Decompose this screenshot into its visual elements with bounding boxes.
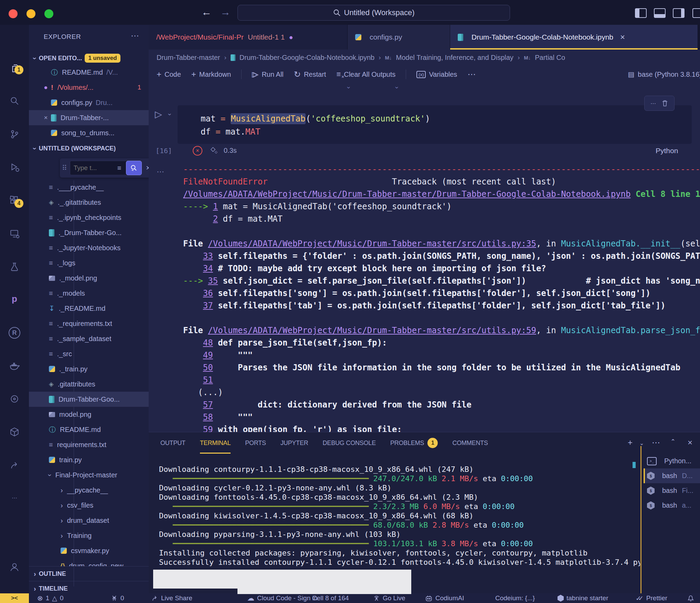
tab-notebook[interactable]: Drum-Tabber-Google-Colab-Notebook.ipynb … (450, 25, 698, 50)
tab-debug-console[interactable]: DEBUG CONSOLE (323, 432, 376, 454)
more-toolbar-icon[interactable]: ⋯ (467, 70, 476, 79)
tree-item[interactable]: ≡._models (29, 286, 149, 301)
kernel-picker[interactable]: ▤base (Python 3.8.16) (628, 65, 700, 83)
go-live-status[interactable]: Go Live (373, 593, 405, 603)
layout-icon[interactable] (692, 8, 700, 18)
run-all-button[interactable]: ▷▷Run All (252, 70, 284, 78)
close-panel-icon[interactable]: × (688, 438, 692, 447)
remote-explorer-icon[interactable] (0, 224, 29, 243)
add-markdown-cell-button[interactable]: +Markdown (191, 70, 231, 79)
run-debug-icon[interactable] (0, 158, 29, 177)
open-editor-item[interactable]: ×Drum-Tabber-... (29, 110, 149, 125)
testing-beaker-icon[interactable] (0, 257, 29, 276)
terminal-session-item[interactable]: $basha... (644, 498, 700, 513)
tree-item[interactable]: ◈.gitattributes (29, 377, 149, 392)
open-editor-item[interactable]: ⓘREADME.md/V... (29, 65, 149, 80)
tab-configs-py[interactable]: configs.py (348, 25, 450, 50)
tab-problems[interactable]: PROBLEMS1 (390, 432, 438, 454)
tree-item[interactable]: ._train.py (29, 361, 149, 377)
output-collapse-icon[interactable]: ⋯ (157, 167, 164, 176)
problems-status[interactable]: ⊗1 △0 (37, 593, 64, 603)
cell-position-status[interactable]: Cell 8 of 164 (312, 593, 349, 603)
tree-item[interactable]: ≡._.ipynb_checkpoints (29, 210, 149, 225)
live-share-status[interactable]: Live Share (151, 593, 192, 603)
tree-item[interactable]: csvmaker.py (29, 543, 149, 558)
project-manager-icon[interactable]: p (0, 289, 29, 308)
notifications-bell[interactable] (687, 593, 694, 603)
add-code-cell-button[interactable]: +Code (157, 70, 181, 79)
variables-button[interactable]: (x)Variables (416, 71, 457, 78)
open-editor-item[interactable]: song_to_drums... (29, 125, 149, 140)
tree-item[interactable]: ≡._logs (29, 255, 149, 271)
terminal-list-divider[interactable] (640, 446, 641, 594)
tree-item[interactable]: model.png (29, 407, 149, 422)
traceback-link[interactable]: /Volumes/ADATA/WebProject/Music/Drum-Tab… (208, 326, 536, 335)
sparkle-icon[interactable]: ◇◇ (211, 145, 215, 153)
tree-item[interactable]: ↧._README.md (29, 301, 149, 316)
tabnine-status[interactable]: tabnine starter (558, 593, 608, 603)
extensions-icon[interactable] (0, 191, 29, 210)
remote-indicator[interactable]: >< (0, 593, 29, 603)
prettier-status[interactable]: ✓✓ Prettier (636, 593, 667, 603)
tab-ports[interactable]: PORTS (245, 432, 266, 454)
breadcrumb-item[interactable]: Partial Co (535, 54, 565, 62)
cell-language[interactable]: Python (656, 147, 678, 155)
tree-item[interactable]: {}drum_config_new... (29, 558, 149, 566)
cloud-code-status[interactable]: ☁ Cloud Code - Sign in (247, 593, 317, 603)
new-terminal-icon[interactable]: + (628, 438, 633, 447)
traceback-link[interactable]: /Volumes/ADATA/WebProject/Music/Drum-Tab… (208, 239, 536, 248)
codiumai-status[interactable]: CodiumAI (425, 593, 464, 603)
explorer-more-icon[interactable]: ⋯ (131, 31, 139, 41)
command-center-search[interactable]: Untitled (Workspace) (237, 5, 510, 21)
maximize-window-button[interactable] (44, 9, 53, 18)
tree-item[interactable]: ›Training (29, 528, 149, 543)
source-control-icon[interactable] (0, 125, 29, 144)
run-cell-button[interactable]: ▷ (155, 109, 162, 120)
tab-comments[interactable]: COMMENTS (452, 432, 488, 454)
delete-cell-icon[interactable] (661, 99, 668, 107)
cell-more-icon[interactable]: ⋯ (650, 100, 656, 107)
tree-item[interactable]: ≡._src (29, 346, 149, 361)
breadcrumb-item[interactable]: Drum-Tabber-Google-Colab-Notebook.ipynb (240, 54, 374, 62)
open-editor-item[interactable]: configs.pyDru... (29, 95, 149, 110)
search-icon[interactable] (0, 92, 29, 111)
live-share-icon[interactable] (0, 455, 29, 475)
circleci-icon[interactable] (0, 389, 29, 409)
tree-item[interactable]: ._model.png (29, 271, 149, 286)
panel-more-icon[interactable]: ⋯ (652, 438, 660, 447)
docker-icon[interactable] (0, 356, 29, 375)
codiumai-icon[interactable]: R (0, 323, 29, 342)
tree-item[interactable]: ›Final-Project-master (29, 467, 149, 483)
tree-item[interactable]: ≡._requirements.txt (29, 316, 149, 331)
breadcrumb-item[interactable]: Drum-Tabber-master (157, 54, 220, 62)
forward-button[interactable]: → (220, 6, 231, 18)
cell-code[interactable]: mat = MusicAlignedTab('coffeeshop_soundt… (201, 112, 689, 138)
more-views-icon[interactable]: ⋯ (0, 488, 29, 507)
terminal-session-item[interactable]: >_Python... (644, 454, 700, 468)
workspace-section[interactable]: › UNTITLED (WORKSPACE) (29, 142, 149, 155)
tab-untitled-final-pr[interactable]: /WebProject/Music/Final-Pr Untitled-1 1 … (149, 25, 348, 50)
terminal-session-item[interactable]: $bashD... (644, 468, 700, 483)
toggle-panel-icon[interactable] (654, 8, 666, 18)
tree-item[interactable]: ⓘREADME.md (29, 422, 149, 437)
minimize-window-button[interactable] (26, 9, 35, 18)
terminal-dropdown-icon[interactable]: ⌄ (639, 440, 644, 446)
fuzzy-search-button[interactable] (126, 161, 142, 175)
tree-item[interactable]: ›csv_files (29, 498, 149, 513)
run-options-chevron-icon[interactable]: › (166, 114, 173, 116)
collapse-chevron-icon[interactable]: › (345, 87, 352, 89)
restart-button[interactable]: ↻Restart (294, 70, 326, 79)
tree-item[interactable]: ≡._Jupyter-Notebooks (29, 240, 149, 255)
collapse-chevron-icon[interactable]: › (393, 87, 401, 89)
tree-item[interactable]: ›__pycache__ (29, 483, 149, 498)
breadcrumb-item[interactable]: Model Training, Inference, and Display (396, 54, 513, 62)
tree-item[interactable]: ≡requirements.txt (29, 437, 149, 452)
filter-icon[interactable]: ≡ (117, 164, 121, 172)
maximize-panel-icon[interactable]: ⌃ (670, 438, 676, 445)
close-tab-icon[interactable]: × (620, 32, 625, 42)
open-editor-item[interactable]: ●!/Volumes/...1 (29, 80, 149, 95)
toggle-sidebar-icon[interactable] (635, 8, 647, 18)
account-icon[interactable] (0, 557, 29, 576)
clear-outputs-button[interactable]: ≡×Clear All Outputs (336, 70, 395, 79)
tree-item[interactable]: ._Drum-Tabber-Go... (29, 225, 149, 240)
